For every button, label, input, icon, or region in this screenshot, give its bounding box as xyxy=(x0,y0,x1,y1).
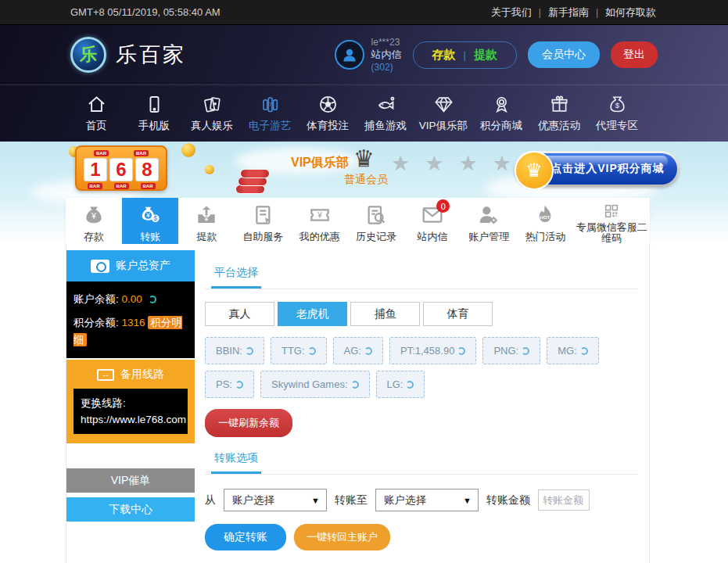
slot-machine-icon: 7 xyxy=(260,94,281,115)
category-row: 真人 老虎机 捕鱼 体育 xyxy=(205,302,638,326)
dropdown-arrow-icon: ▼ xyxy=(311,496,320,505)
amount-label: 转账金额 xyxy=(486,493,530,507)
link-beginner-guide[interactable]: 新手指南 xyxy=(548,5,589,20)
platform-tab-row: 平台选择 xyxy=(205,261,638,289)
inbox-count: (302) xyxy=(371,61,402,74)
refresh-balance-icon[interactable] xyxy=(149,296,156,303)
from-label: 从 xyxy=(205,493,216,507)
nav-item-live-casino[interactable]: 真人娱乐 xyxy=(183,94,241,133)
star-icon: ★ xyxy=(458,151,477,176)
confirm-transfer-button[interactable]: 确定转账 xyxy=(205,524,286,550)
refresh-icon[interactable] xyxy=(235,381,243,389)
download-center-button[interactable]: 下载中心 xyxy=(66,497,195,522)
nav-item-home[interactable]: 首页 xyxy=(67,94,125,133)
page: GMT+8 05/11/2019, 05:58:40 AM 关于我们 | 新手指… xyxy=(0,0,728,563)
refresh-all-balances-button[interactable]: 一键刷新余额 xyxy=(205,409,292,437)
refresh-icon[interactable] xyxy=(522,347,529,355)
link-deposit-withdraw-help[interactable]: 如何存取款 xyxy=(605,5,656,20)
tab-transfer-options[interactable]: 转账选项 xyxy=(211,446,261,474)
platform-chip-bbin[interactable]: BBIN: xyxy=(205,337,264,364)
to-account-select[interactable]: 账户选择 ▼ xyxy=(375,489,479,511)
transfer-tab-row: 转账选项 xyxy=(205,446,638,475)
from-account-select[interactable]: 账户选择 ▼ xyxy=(224,489,327,511)
nav-item-points-mall[interactable]: 积分商城 xyxy=(472,94,530,133)
backup-url-link[interactable]: https://www.le768.com xyxy=(81,414,186,425)
logout-button[interactable]: 登出 xyxy=(611,41,658,68)
amount-input[interactable] xyxy=(538,489,590,511)
subnav-item-my-promos[interactable]: ¥ 我的优惠 xyxy=(292,198,348,244)
main-nav: 首页 手机版 真人娱乐 7 电子游艺 体育投注 捕鱼游戏 xyxy=(0,85,728,142)
star-icon: ★ xyxy=(425,151,443,176)
subnav-label: 转账 xyxy=(140,230,160,244)
refresh-icon[interactable] xyxy=(457,347,465,355)
refresh-icon[interactable] xyxy=(580,347,588,355)
subnav-item-inbox[interactable]: 0 站内信 xyxy=(404,198,461,244)
header: 乐 乐百家 le***23 站内信 (302) xyxy=(0,25,728,85)
vip-points-mall-button[interactable]: ♛ 点击进入VIP积分商城 xyxy=(514,151,680,187)
transfer-coins-icon: ¥$ xyxy=(138,203,163,228)
backup-line-icon: ↔ xyxy=(97,369,114,381)
subnav-item-transfer[interactable]: ¥$ 转账 xyxy=(122,198,178,244)
inbox-badge: 0 xyxy=(436,199,450,213)
nav-item-promotions[interactable]: 优惠活动 xyxy=(530,94,588,133)
vip-banner: BAR BAR 1 6 8 BAR BAR BAR xyxy=(0,142,728,198)
balance-label: 账户余额: xyxy=(74,293,119,305)
withdraw-icon: ¥ xyxy=(194,203,219,228)
category-sports[interactable]: 体育 xyxy=(423,302,493,326)
link-divider: | xyxy=(539,7,541,18)
platform-chip-ps[interactable]: PS: xyxy=(205,371,254,398)
inbox-link[interactable]: 站内信 xyxy=(371,48,402,61)
withdraw-button[interactable]: 提款 xyxy=(474,48,497,63)
category-live[interactable]: 真人 xyxy=(205,302,274,326)
transfer-buttons: 确定转账 一键转回主账户 xyxy=(205,524,638,550)
subnav-item-account[interactable]: 账户管理 xyxy=(461,198,517,244)
site-logo[interactable]: 乐 乐百家 xyxy=(70,37,186,73)
nav-label: 体育投注 xyxy=(307,119,349,133)
subnav-label: 历史记录 xyxy=(356,230,396,244)
platform-chip-lg[interactable]: LG: xyxy=(376,371,425,398)
bar-label: BAR xyxy=(88,183,102,189)
deposit-button[interactable]: 存款 xyxy=(432,48,456,63)
refresh-icon[interactable] xyxy=(364,347,372,355)
nav-label: 代理专区 xyxy=(596,119,638,133)
platform-chip-png[interactable]: PNG: xyxy=(482,337,540,364)
history-search-icon xyxy=(364,203,389,228)
refresh-icon[interactable] xyxy=(406,381,414,389)
subnav-item-wechat-qr[interactable]: 专属微信客服二维码 xyxy=(574,198,650,244)
tab-platform-select[interactable]: 平台选择 xyxy=(211,261,261,289)
nav-item-sports[interactable]: 体育投注 xyxy=(299,94,357,133)
vip-urge-button[interactable]: VIP催单 xyxy=(66,468,195,493)
platform-chip-mg[interactable]: MG: xyxy=(547,337,599,364)
slot-machine: BAR BAR 1 6 8 BAR BAR BAR xyxy=(75,145,167,191)
platform-label: PNG: xyxy=(493,345,518,357)
avatar[interactable] xyxy=(335,40,364,70)
to-account-value: 账户选择 xyxy=(384,493,426,507)
subnav-item-deposit[interactable]: ¥ 存款 xyxy=(66,198,122,244)
refresh-icon[interactable] xyxy=(246,347,253,355)
subnav-item-hot-activities[interactable]: HOT 热门活动 xyxy=(517,198,573,244)
nav-item-fishing[interactable]: 捕鱼游戏 xyxy=(357,94,414,133)
return-to-main-account-button[interactable]: 一键转回主账户 xyxy=(294,524,390,550)
subnav-item-withdraw[interactable]: ¥ 提款 xyxy=(178,198,235,244)
refresh-icon[interactable] xyxy=(308,347,316,355)
nav-item-agent[interactable]: $ 代理专区 xyxy=(588,94,646,133)
platform-chip-ttg[interactable]: TTG: xyxy=(271,337,327,364)
link-about-us[interactable]: 关于我们 xyxy=(491,5,532,20)
nav-item-vip-club[interactable]: VIP俱乐部 xyxy=(414,94,472,133)
medal-icon xyxy=(491,94,512,115)
platform-chip-ag[interactable]: AG: xyxy=(333,337,383,364)
category-fishing[interactable]: 捕鱼 xyxy=(350,302,420,326)
platform-chip-skywind[interactable]: Skywind Games: xyxy=(260,371,370,398)
nav-item-slots[interactable]: 7 电子游艺 xyxy=(241,94,299,133)
account-gear-icon xyxy=(476,203,501,228)
platform-chip-pt[interactable]: PT:1,458.90 xyxy=(389,337,476,364)
member-center-button[interactable]: 会员中心 xyxy=(528,41,600,68)
category-slots[interactable]: 老虎机 xyxy=(278,302,347,326)
svg-text:¥: ¥ xyxy=(145,211,150,219)
transfer-form: 从 账户选择 ▼ 转账至 账户选择 ▼ 转账金额 xyxy=(205,489,638,511)
subnav-item-self-service[interactable]: 自助服务 xyxy=(235,198,292,244)
nav-item-mobile[interactable]: 手机版 xyxy=(125,94,183,133)
subnav-item-history[interactable]: 历史记录 xyxy=(348,198,404,244)
coin-decoration xyxy=(181,143,195,157)
refresh-icon[interactable] xyxy=(351,381,359,389)
